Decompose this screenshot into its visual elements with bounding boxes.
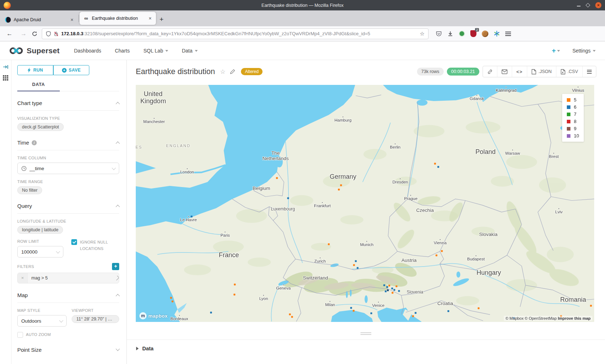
row-limit-select[interactable]: 100000 <box>17 246 63 258</box>
browser-menu-icon[interactable] <box>505 31 511 37</box>
run-button[interactable]: RUN <box>17 65 53 75</box>
data-point[interactable] <box>434 163 436 165</box>
forward-button[interactable]: → <box>18 30 30 37</box>
legend-item[interactable]: 5 <box>567 97 579 103</box>
tab-close-icon[interactable]: × <box>148 15 152 21</box>
auto-zoom-checkbox[interactable] <box>17 332 23 338</box>
improve-map-link[interactable]: Improve this map <box>558 316 591 320</box>
reload-button[interactable] <box>32 31 37 37</box>
data-point[interactable] <box>393 289 395 291</box>
data-point[interactable] <box>478 308 480 309</box>
deckgl-scatterplot-map[interactable]: United KingdomManchesterENGLANDESLondonT… <box>136 85 594 322</box>
bookmark-star-icon[interactable]: ☆ <box>420 31 425 37</box>
data-point[interactable] <box>340 184 342 186</box>
export-json-button[interactable]: .JSON <box>527 66 556 77</box>
data-point[interactable] <box>234 283 236 285</box>
add-filter-button[interactable]: + <box>112 263 119 270</box>
data-point[interactable] <box>386 286 388 288</box>
data-point[interactable] <box>171 300 173 302</box>
save-button[interactable]: + SAVE <box>53 65 89 75</box>
data-point[interactable] <box>383 284 385 286</box>
data-point[interactable] <box>210 311 212 313</box>
data-point[interactable] <box>414 312 416 314</box>
legend-item[interactable]: 6 <box>567 104 579 110</box>
extension-privacy-icon[interactable] <box>459 31 465 37</box>
remove-filter-icon[interactable]: × <box>18 273 28 283</box>
section-header[interactable]: Map <box>17 292 119 303</box>
cookie-extension-icon[interactable] <box>482 31 488 37</box>
nav-charts[interactable]: Charts <box>115 48 130 54</box>
section-header[interactable]: Timei <box>17 140 119 150</box>
data-point[interactable] <box>387 290 389 291</box>
section-header[interactable]: Chart type <box>17 100 119 111</box>
altered-badge[interactable]: Altered <box>241 68 263 75</box>
data-point[interactable] <box>388 285 390 287</box>
data-point[interactable] <box>590 305 592 307</box>
chart-menu-button[interactable] <box>582 66 596 77</box>
data-point[interactable] <box>355 260 357 262</box>
data-point[interactable] <box>357 267 359 269</box>
data-point[interactable] <box>338 189 340 191</box>
tab-close-icon[interactable]: × <box>70 17 74 23</box>
data-point[interactable] <box>436 254 438 256</box>
legend-item[interactable]: 7 <box>567 112 579 117</box>
settings-menu[interactable]: Settings <box>572 48 596 54</box>
data-point[interactable] <box>291 316 293 318</box>
window-close-button[interactable]: × <box>595 2 601 8</box>
panel-drag-handle[interactable] <box>127 332 605 335</box>
export-csv-button[interactable]: .CSV <box>556 66 582 77</box>
data-point[interactable] <box>391 288 393 290</box>
data-point[interactable] <box>353 264 355 266</box>
data-point[interactable] <box>233 294 235 296</box>
tracking-shield-icon[interactable] <box>46 31 51 37</box>
email-button[interactable] <box>497 66 512 77</box>
legend-item[interactable]: 9 <box>567 126 579 131</box>
viz-type-pill[interactable]: deck.gl Scatterplot <box>17 123 64 131</box>
pocket-icon[interactable] <box>436 31 442 37</box>
window-minimize-button[interactable] <box>577 4 581 6</box>
data-point[interactable] <box>289 313 291 315</box>
ublock-extension-icon[interactable]: 2 <box>470 30 476 37</box>
extension-asterisk-icon[interactable] <box>494 31 500 37</box>
downloads-icon[interactable] <box>447 31 453 37</box>
tab-data[interactable]: DATA <box>17 82 60 91</box>
dataset-grid-icon[interactable] <box>3 75 8 81</box>
time-range-pill[interactable]: No filter <box>17 186 42 194</box>
lonlat-pill[interactable]: longitude | latitude <box>17 226 63 234</box>
results-panel-toggle[interactable]: Data <box>127 340 605 351</box>
data-point[interactable] <box>398 290 400 292</box>
section-header[interactable]: Point Size <box>17 347 119 357</box>
legend-item[interactable]: 8 <box>567 119 579 124</box>
tab-earthquake-distribution[interactable]: ∞ Earthquake distribution × <box>80 12 156 25</box>
copy-link-button[interactable] <box>483 66 497 77</box>
superset-brand[interactable]: Superset <box>9 46 59 55</box>
data-point[interactable] <box>412 315 414 317</box>
data-point[interactable] <box>396 286 398 287</box>
data-point[interactable] <box>391 292 393 294</box>
tab-apache-druid[interactable]: Apache Druid × <box>1 13 78 26</box>
url-bar[interactable]: 172.18.0.3:32108/superset/explore/?form_… <box>42 28 429 39</box>
filter-item[interactable]: × mag > 5 <box>17 273 119 283</box>
data-point[interactable] <box>191 216 193 218</box>
viewport-pill[interactable]: 11° 28' 29.70" | 50... <box>72 315 119 323</box>
data-point[interactable] <box>448 310 449 312</box>
map-style-select[interactable]: Outdoors <box>17 315 67 327</box>
favorite-star-icon[interactable]: ☆ <box>220 68 225 76</box>
back-button[interactable]: ← <box>4 30 15 37</box>
data-point[interactable] <box>350 307 352 309</box>
new-tab-button[interactable]: + <box>160 15 163 23</box>
nav-dashboards[interactable]: Dashboards <box>74 48 101 54</box>
embed-code-button[interactable]: <> <box>512 66 527 77</box>
mapbox-logo[interactable]: m mapbox <box>139 312 168 319</box>
data-point[interactable] <box>385 290 386 292</box>
nav-data[interactable]: Data <box>182 48 198 54</box>
edit-properties-icon[interactable] <box>230 69 235 74</box>
data-point[interactable] <box>353 310 354 312</box>
nav-sql-lab[interactable]: SQL Lab <box>143 48 168 54</box>
window-maximize-button[interactable] <box>586 3 590 8</box>
time-column-select[interactable]: __time <box>17 163 119 174</box>
data-point[interactable] <box>287 197 289 199</box>
new-item-button[interactable]: + <box>552 47 560 55</box>
legend-item[interactable]: 10 <box>567 133 579 138</box>
data-point[interactable] <box>328 243 330 245</box>
